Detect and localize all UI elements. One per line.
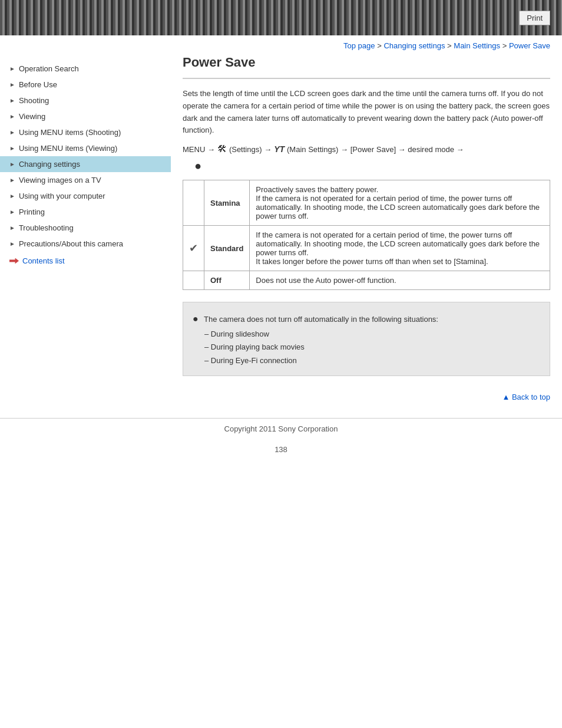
description-text: Sets the length of time until the LCD sc… (183, 88, 550, 137)
arrow-icon: ► (9, 241, 15, 247)
sidebar: ► Operation Search ► Before Use ► Shooti… (0, 55, 171, 418)
off-mode-label: Off (204, 271, 250, 290)
list-item: During Eye-Fi connection (204, 354, 540, 367)
back-to-top: ▲ Back to top (183, 388, 550, 406)
print-button[interactable]: Print (519, 11, 550, 25)
sidebar-item-computer[interactable]: ► Using with your computer (0, 188, 171, 204)
sidebar-item-operation-search[interactable]: ► Operation Search (0, 61, 171, 77)
breadcrumb-main-settings[interactable]: Main Settings (454, 41, 500, 50)
sidebar-item-viewing-tv[interactable]: ► Viewing images on a TV (0, 172, 171, 188)
sidebar-item-menu-viewing[interactable]: ► Using MENU items (Viewing) (0, 140, 171, 156)
off-description: Does not use the Auto power-off function… (250, 271, 550, 290)
note-bullet: ● (193, 314, 199, 324)
arrow-icon: ► (9, 129, 15, 136)
arrow-right-icon (9, 258, 19, 264)
standard-mode-label: Standard (204, 226, 250, 271)
note-list: During slideshow During playing back mov… (193, 328, 540, 367)
arrow-icon: ► (9, 113, 15, 120)
arrow-icon: ► (9, 81, 15, 88)
table-row: ✔ Standard If the camera is not operated… (183, 226, 550, 271)
page-number: 138 (0, 439, 562, 460)
standard-check-cell: ✔ (183, 226, 204, 271)
list-item: During playing back movies (204, 341, 540, 354)
note-box: ● The camera does not turn off automatic… (183, 302, 550, 375)
triangle-icon: ▲ (502, 393, 511, 401)
table-row: Stamina Proactively saves the battery po… (183, 180, 550, 226)
list-item: During slideshow (204, 328, 540, 341)
sidebar-item-viewing[interactable]: ► Viewing (0, 108, 171, 124)
sidebar-item-troubleshooting[interactable]: ► Troubleshooting (0, 220, 171, 236)
stamina-description: Proactively saves the battery power.If t… (250, 180, 550, 226)
sidebar-item-precautions[interactable]: ► Precautions/About this camera (0, 236, 171, 252)
arrow-icon: ► (9, 65, 15, 72)
breadcrumb-changing-settings[interactable]: Changing settings (384, 41, 445, 50)
sidebar-item-menu-shooting[interactable]: ► Using MENU items (Shooting) (0, 124, 171, 140)
arrow-icon: ► (9, 209, 15, 215)
settings-icon: 🛠 (217, 144, 227, 154)
back-to-top-link[interactable]: ▲ Back to top (502, 393, 550, 401)
off-icon-cell (183, 271, 204, 290)
copyright-text: Copyright 2011 Sony Corporation (224, 424, 338, 433)
standard-description: If the camera is not operated for a cert… (250, 226, 550, 271)
stamina-icon-cell (183, 180, 204, 226)
header-bar: Print (0, 0, 562, 35)
table-row: Off Does not use the Auto power-off func… (183, 271, 550, 290)
breadcrumb: Top page > Changing settings > Main Sett… (0, 35, 562, 55)
breadcrumb-power-save[interactable]: Power Save (509, 41, 550, 50)
stamina-mode-label: Stamina (204, 180, 250, 226)
arrow-icon: ► (9, 145, 15, 151)
sidebar-item-changing-settings[interactable]: ► Changing settings (0, 156, 171, 172)
title-bar: Power Save (183, 55, 550, 79)
arrow-icon: ► (9, 177, 15, 183)
sidebar-item-before-use[interactable]: ► Before Use (0, 77, 171, 93)
footer: Copyright 2011 Sony Corporation (0, 418, 562, 439)
arrow-icon: ► (9, 97, 15, 104)
menu-path: MENU → 🛠 (Settings) → YT (Main Settings)… (183, 144, 550, 154)
main-layout: ► Operation Search ► Before Use ► Shooti… (0, 55, 562, 418)
arrow-icon: ► (9, 193, 15, 199)
content-area: Power Save Sets the length of time until… (171, 55, 562, 418)
contents-list-link[interactable]: Contents list (0, 252, 171, 270)
main-settings-icon: YT (274, 144, 285, 154)
sidebar-item-printing[interactable]: ► Printing (0, 204, 171, 220)
bullet-dot: ● (194, 159, 201, 172)
note-intro: The camera does not turn off automatical… (204, 315, 438, 324)
breadcrumb-top[interactable]: Top page (343, 41, 375, 50)
settings-table: Stamina Proactively saves the battery po… (183, 180, 550, 290)
arrow-icon: ► (9, 161, 15, 167)
sidebar-item-shooting[interactable]: ► Shooting (0, 93, 171, 108)
arrow-icon: ► (9, 225, 15, 231)
page-title: Power Save (183, 55, 550, 70)
